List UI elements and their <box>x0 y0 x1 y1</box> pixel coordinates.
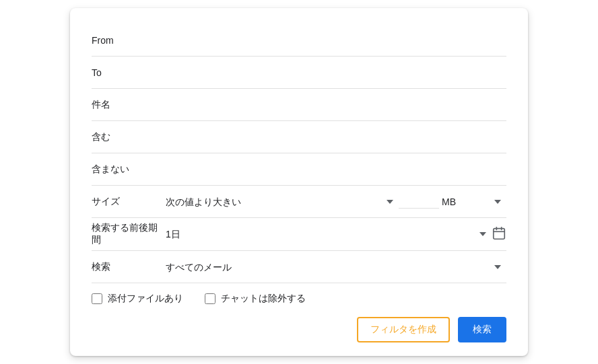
from-row: From <box>92 24 506 57</box>
checkboxes-row: 添付ファイルあり チャットは除外する <box>92 283 506 312</box>
search-filter-dialog: From To 件名 含む 含まない サイズ 次の値より大きい 次の値より小さい <box>70 8 528 356</box>
date-range-row: 検索する前後期間 1日 3日 1週間 2週間 1ヶ月 2ヶ月 6ヶ月 1年 <box>92 218 506 251</box>
to-input[interactable] <box>166 65 506 81</box>
subject-label: 件名 <box>92 99 166 111</box>
size-comparison-container: 次の値より大きい 次の値より小さい <box>166 196 399 207</box>
create-filter-button[interactable]: フィルタを作成 <box>357 317 450 342</box>
size-right: MB KB バイト <box>399 194 506 209</box>
from-label: From <box>92 35 166 46</box>
size-value-input[interactable] <box>399 194 439 209</box>
from-input[interactable] <box>166 32 506 48</box>
svg-rect-0 <box>494 228 505 239</box>
exclude-chat-checkbox[interactable] <box>205 293 215 304</box>
size-comparison-select[interactable]: 次の値より大きい 次の値より小さい <box>166 196 399 207</box>
date-range-select[interactable]: 1日 3日 1週間 2週間 1ヶ月 2ヶ月 6ヶ月 1年 <box>166 229 492 240</box>
size-unit-container: MB KB バイト <box>442 196 506 207</box>
subject-row: 件名 <box>92 89 506 121</box>
size-label: サイズ <box>92 196 166 208</box>
to-label: To <box>92 67 166 78</box>
attachment-checkbox-item: 添付ファイルあり <box>92 293 183 305</box>
search-button[interactable]: 検索 <box>458 317 506 342</box>
search-scope-row: 検索 すべてのメール 受信トレイ 送信済み <box>92 251 506 283</box>
calendar-icon[interactable] <box>492 226 506 243</box>
size-row: サイズ 次の値より大きい 次の値より小さい MB KB バイト <box>92 186 506 218</box>
search-scope-select[interactable]: すべてのメール 受信トレイ 送信済み <box>166 262 506 272</box>
size-unit-select[interactable]: MB KB バイト <box>442 196 506 207</box>
search-scope-container: すべてのメール 受信トレイ 送信済み <box>166 262 506 272</box>
exclude-chat-label: チャットは除外する <box>221 293 306 305</box>
excludes-label: 含まない <box>92 163 166 176</box>
date-range-label: 検索する前後期間 <box>92 222 166 246</box>
to-row: To <box>92 57 506 89</box>
buttons-row: フィルタを作成 検索 <box>92 317 506 342</box>
excludes-row: 含まない <box>92 153 506 186</box>
contains-label: 含む <box>92 131 166 143</box>
attachment-checkbox[interactable] <box>92 293 102 304</box>
contains-input[interactable] <box>166 129 506 145</box>
date-range-container: 1日 3日 1週間 2週間 1ヶ月 2ヶ月 6ヶ月 1年 <box>166 229 492 240</box>
contains-row: 含む <box>92 121 506 153</box>
search-scope-label: 検索 <box>92 261 166 273</box>
exclude-chat-checkbox-item: チャットは除外する <box>205 293 306 305</box>
subject-input[interactable] <box>166 97 506 113</box>
attachment-label: 添付ファイルあり <box>108 293 183 305</box>
excludes-input[interactable] <box>166 161 506 178</box>
